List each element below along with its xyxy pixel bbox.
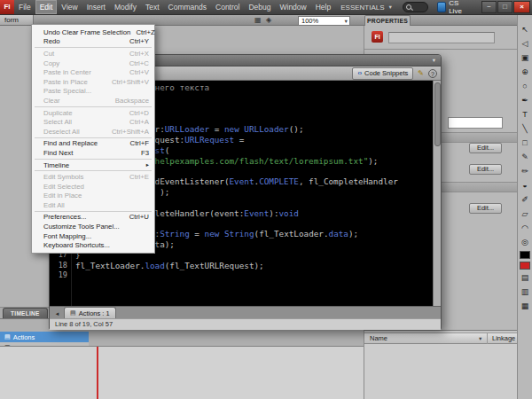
lasso-tool-icon[interactable]: ○ — [520, 81, 531, 92]
edit-button[interactable]: Edit... — [469, 203, 502, 214]
chevron-down-icon: ▼ — [388, 4, 393, 10]
library-item-list[interactable] — [364, 344, 518, 399]
library-column-name[interactable]: Name — [370, 333, 387, 344]
edit-menu-item[interactable]: Find and ReplaceCtrl+F — [32, 139, 154, 149]
edit-menu-item[interactable]: Undo Clear Frame SelectionCtrl+Z — [32, 27, 154, 37]
fill-color-swatch[interactable] — [520, 262, 530, 270]
line-tool-icon[interactable]: ╲ — [520, 123, 531, 135]
menu-item-label: Duplicate — [43, 109, 73, 117]
edit-symbol-icon[interactable]: ◈ — [266, 16, 271, 25]
edit-menu-item[interactable]: Preferences...Ctrl+U — [32, 213, 154, 223]
edit-menu-item[interactable]: CopyCtrl+C — [32, 59, 154, 68]
free-transform-tool-icon[interactable]: ▣ — [520, 52, 531, 64]
vertical-scrollbar[interactable] — [433, 81, 441, 306]
menubar-item-modify[interactable]: Modify — [110, 0, 141, 14]
brush-tool-icon[interactable]: ✏ — [520, 166, 531, 177]
pencil-tool-icon[interactable]: ✎ — [520, 152, 531, 163]
pen-tool-icon[interactable]: ✒ — [520, 95, 531, 106]
red-guide-line — [97, 347, 98, 399]
code-token: = — [234, 135, 244, 145]
help-icon[interactable]: ? — [428, 69, 437, 78]
column-divider[interactable] — [487, 333, 488, 344]
hand-tool-icon[interactable]: ◠ — [520, 223, 531, 234]
edit-menu-item[interactable]: Select AllCtrl+A — [32, 117, 154, 127]
stroke-color-swatch[interactable] — [520, 251, 530, 259]
edit-menu-item[interactable]: Find NextF3 — [32, 148, 154, 158]
edit-menu-item[interactable]: Keyboard Shortcuts... — [32, 240, 154, 250]
code-snippets-button[interactable]: ‹› Code Snippets — [352, 67, 413, 80]
dock-panel-icon-1[interactable]: ▤ — [520, 272, 531, 284]
dock-panel-icon-2[interactable]: ▥ — [520, 286, 531, 298]
code-token: COMPLETE — [259, 176, 299, 186]
edit-button[interactable]: Edit... — [469, 164, 502, 175]
edit-menu-item[interactable]: Font Mapping... — [32, 231, 154, 241]
script-navigator-collapse-icon[interactable]: ◂ — [52, 309, 62, 318]
minimize-button[interactable]: − — [481, 1, 497, 13]
edit-menu-item[interactable]: Timeline▸ — [32, 160, 154, 170]
edit-menu-item[interactable]: Customize Tools Panel... — [32, 222, 154, 231]
menu-item-label: Font Mapping... — [43, 232, 91, 240]
edit-button[interactable]: Edit... — [469, 143, 502, 153]
menubar-item-window[interactable]: Window — [275, 0, 310, 14]
menubar-item-file[interactable]: File — [14, 0, 35, 14]
selection-tool-icon[interactable]: ↖ — [520, 24, 531, 35]
edit-menu-item[interactable]: Paste Special... — [32, 87, 154, 97]
edit-menu-item[interactable]: Edit in Place — [32, 192, 154, 201]
search-input[interactable] — [403, 2, 428, 12]
edit-menu-item[interactable]: Paste in PlaceCtrl+Shift+V — [32, 77, 154, 87]
edit-menu-item[interactable]: DuplicateCtrl+D — [32, 108, 154, 118]
flash-document-icon: Fl — [372, 31, 383, 43]
paint-bucket-tool-icon[interactable]: ◒ — [520, 180, 531, 192]
menubar-item-insert[interactable]: Insert — [82, 0, 110, 14]
3d-rotation-tool-icon[interactable]: ⊕ — [520, 66, 531, 78]
stage-area[interactable] — [0, 346, 364, 399]
panel-menu-icon[interactable]: ▾ — [433, 57, 435, 64]
cs-live-button[interactable]: CS Live — [433, 0, 473, 15]
rectangle-tool-icon[interactable]: □ — [520, 137, 531, 149]
edit-menu-item[interactable]: Edit All — [32, 200, 154, 210]
text-tool-icon[interactable]: T — [520, 109, 531, 121]
document-class-field[interactable] — [448, 117, 503, 129]
tab-actions-frame[interactable]: ▤ Actions : 1 — [64, 307, 116, 318]
eraser-tool-icon[interactable]: ▱ — [520, 208, 531, 220]
menubar-item-commands[interactable]: Commands — [164, 0, 211, 14]
edit-menu-item[interactable]: CutCtrl+X — [32, 49, 154, 59]
edit-scene-icon[interactable]: ▦ — [254, 16, 262, 25]
menu-item-label: Timeline — [43, 161, 69, 169]
edit-menu-item[interactable]: Deselect AllCtrl+Shift+A — [32, 127, 154, 137]
close-button[interactable]: × — [513, 1, 530, 13]
subselection-tool-icon[interactable]: ◁ — [520, 38, 531, 50]
edit-menu-item[interactable]: Edit Selected — [32, 182, 154, 192]
menu-item-label: Edit Selected — [43, 183, 84, 191]
pin-script-icon[interactable]: ✎ — [418, 69, 424, 77]
line-number: 18 — [50, 261, 67, 271]
edit-menu-item[interactable]: ClearBackspace — [32, 96, 154, 106]
zoom-tool-icon[interactable]: ◎ — [520, 237, 531, 248]
menubar-item-edit[interactable]: Edit — [35, 0, 58, 14]
menubar-item-control[interactable]: Control — [211, 0, 244, 14]
tab-properties[interactable]: PROPERTIES — [364, 15, 411, 26]
timeline-layer-layer-1[interactable]: ▤Layer 1 — [0, 342, 89, 346]
timeline-layer-actions[interactable]: ▤Actions — [0, 332, 89, 342]
workspace-switcher-button[interactable]: ESSENTIALS ▼ — [335, 4, 398, 12]
menu-item-label: Copy — [43, 59, 59, 67]
dock-panel-icon-3[interactable]: ▦ — [520, 301, 531, 312]
zoom-combo[interactable]: 100% ▼ — [298, 16, 350, 26]
code-token: (fl_TextURLRequest); — [165, 261, 264, 270]
menubar-item-debug[interactable]: Debug — [244, 0, 275, 14]
scrollbar-thumb[interactable] — [434, 82, 441, 146]
zoom-value: 100% — [301, 17, 318, 25]
menubar-item-text[interactable]: Text — [141, 0, 164, 14]
eyedropper-tool-icon[interactable]: ✐ — [520, 194, 531, 206]
edit-menu-item[interactable]: Paste in CenterCtrl+V — [32, 67, 154, 77]
menubar-item-view[interactable]: View — [57, 0, 82, 14]
library-column-linkage[interactable]: Linkage — [492, 333, 515, 344]
restore-button[interactable]: □ — [497, 1, 512, 13]
document-tab[interactable]: form — [0, 15, 34, 25]
edit-menu-item[interactable]: Edit SymbolsCtrl+E — [32, 172, 154, 182]
menubar-item-help[interactable]: Help — [311, 0, 335, 14]
document-name-field[interactable] — [388, 32, 495, 43]
edit-menu-item[interactable]: RedoCtrl+Y — [32, 37, 154, 47]
actions-tab-bar: ◂ ▤ Actions : 1 — [50, 306, 441, 318]
menu-separator — [35, 211, 152, 212]
